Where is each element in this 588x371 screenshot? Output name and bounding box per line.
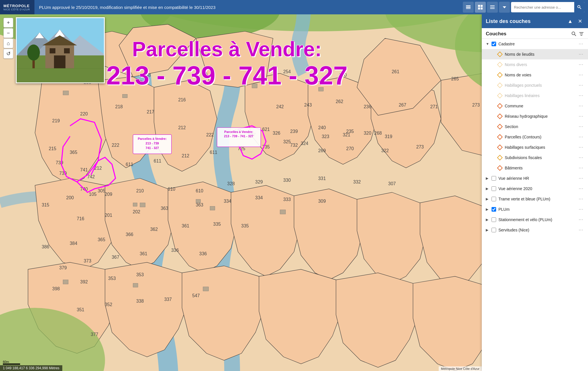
layer-item-commune[interactable]: Commune···	[482, 101, 588, 111]
layer-item-vue-aerienne-2020[interactable]: ▶Vue aérienne 2020···	[482, 183, 588, 194]
svg-text:319: 319	[385, 134, 392, 139]
search-button[interactable]	[574, 2, 585, 12]
svg-text:386: 386	[42, 244, 49, 249]
layer-more-stationnement-velo[interactable]: ···	[578, 217, 584, 222]
layers-list[interactable]: ▼Cadastre···Noms de lieudits···Noms dive…	[482, 39, 588, 371]
zoom-out-button[interactable]: −	[3, 28, 13, 38]
layer-more-reseau-hydrographique[interactable]: ···	[578, 114, 584, 119]
layer-more-vue-aerienne-hr[interactable]: ···	[578, 176, 584, 181]
layer-item-habillages-lineaires[interactable]: Habillages linéaires···	[482, 90, 588, 101]
layer-more-commune[interactable]: ···	[578, 103, 584, 109]
layer-name-subdivisions-fiscales: Subdivisions fiscales	[505, 155, 576, 160]
layer-item-noms-divers[interactable]: Noms divers···	[482, 59, 588, 70]
svg-point-11	[578, 5, 580, 8]
layer-item-reseau-hydrographique[interactable]: Réseau hydrographique···	[482, 111, 588, 121]
layer-more-plum[interactable]: ···	[578, 207, 584, 212]
svg-text:741 - 327: 741 - 327	[146, 146, 159, 150]
layer-name-vue-aerienne-hr: Vue aérienne HR	[498, 176, 576, 181]
dropdown-button[interactable]	[499, 2, 510, 13]
layer-item-noms-voies[interactable]: Noms de voies···	[482, 70, 588, 80]
svg-text:336: 336	[171, 248, 179, 253]
svg-text:377: 377	[91, 332, 98, 337]
layer-item-subdivisions-fiscales[interactable]: Subdivisions fiscales···	[482, 152, 588, 163]
rotate-button[interactable]: ↺	[3, 49, 13, 59]
svg-text:373: 373	[84, 258, 92, 263]
layer-item-plum[interactable]: ▶PLUm···	[482, 204, 588, 215]
checkbox-trame-verte-bleue[interactable]	[492, 197, 496, 201]
svg-marker-10	[503, 6, 506, 8]
layer-more-subdivisions-fiscales[interactable]: ···	[578, 155, 584, 160]
svg-text:201: 201	[105, 213, 113, 218]
checkbox-vue-aerienne-2020[interactable]	[492, 186, 496, 191]
diamond-icon-reseau-hydrographique	[497, 114, 502, 119]
layer-item-vue-aerienne-hr[interactable]: ▶Vue aérienne HR···	[482, 173, 588, 183]
checkbox-servitudes-nice[interactable]	[492, 228, 496, 232]
layer-more-noms-voies[interactable]: ···	[578, 72, 584, 78]
svg-text:352: 352	[105, 302, 112, 307]
svg-text:323: 323	[322, 134, 330, 139]
sidebar-header: Liste des couches ▲ ✕	[482, 14, 588, 28]
layer-item-trame-verte-bleue[interactable]: ▶Trame verte et bleue (PLUm)···	[482, 194, 588, 204]
layer-item-parcelles-contours[interactable]: Parcelles (Contours)···	[482, 132, 588, 142]
layers-button[interactable]	[463, 2, 474, 13]
checkbox-vue-aerienne-hr[interactable]	[492, 176, 496, 181]
layer-more-habillages-lineaires[interactable]: ···	[578, 93, 584, 98]
layer-more-trame-verte-bleue[interactable]: ···	[578, 196, 584, 202]
search-input[interactable]	[511, 3, 574, 11]
layer-more-noms-divers[interactable]: ···	[578, 62, 584, 67]
layer-more-cadastre[interactable]: ···	[578, 41, 584, 47]
sidebar-close-button[interactable]: ✕	[576, 17, 584, 25]
svg-text:328: 328	[227, 181, 235, 186]
svg-text:Parcelles à Vendre:: Parcelles à Vendre:	[224, 130, 253, 134]
layer-more-habillages-surfaciques[interactable]: ···	[578, 145, 584, 150]
layer-item-cadastre[interactable]: ▼Cadastre···	[482, 39, 588, 49]
layer-item-habillages-surfaciques[interactable]: Habillages surfaciques···	[482, 142, 588, 152]
zoom-in-button[interactable]: +	[3, 18, 13, 28]
svg-text:202: 202	[133, 209, 140, 214]
couches-filter-button[interactable]	[579, 31, 584, 36]
layer-item-stationnement-velo[interactable]: ▶Stationnement et vélo (PLUm)···	[482, 215, 588, 225]
checkbox-plum[interactable]	[492, 207, 496, 212]
layer-more-vue-aerienne-2020[interactable]: ···	[578, 186, 584, 191]
svg-text:334: 334	[224, 199, 231, 204]
svg-rect-46	[63, 91, 69, 95]
svg-text:212: 212	[182, 153, 189, 158]
header-tools	[463, 2, 586, 13]
svg-text:351: 351	[77, 307, 84, 312]
svg-rect-54	[133, 283, 138, 287]
layer-item-habillages-ponctuels[interactable]: Habillages ponctuels···	[482, 80, 588, 90]
svg-text:337: 337	[164, 297, 172, 302]
layer-more-habillages-ponctuels[interactable]: ···	[578, 83, 584, 88]
layer-more-noms-lieudits[interactable]: ···	[578, 52, 584, 57]
photo-overlay	[16, 17, 105, 83]
grid-button[interactable]	[475, 2, 486, 13]
svg-text:Parcelles à Vendre:: Parcelles à Vendre:	[138, 137, 167, 140]
layer-more-servitudes-nice[interactable]: ···	[578, 227, 584, 233]
svg-rect-3	[478, 5, 480, 7]
layer-item-servitudes-nice[interactable]: ▶Servitudes (Nice)···	[482, 225, 588, 235]
svg-text:324: 324	[301, 141, 308, 146]
svg-text:334: 334	[255, 195, 263, 200]
menu-button[interactable]	[487, 2, 498, 13]
layer-name-section: Section	[505, 124, 576, 129]
home-button[interactable]: ⌂	[3, 38, 13, 48]
sidebar-title: Liste des couches	[486, 18, 531, 24]
layer-item-section[interactable]: Section···	[482, 121, 588, 132]
checkbox-cadastre[interactable]	[492, 42, 496, 46]
couches-search-button[interactable]	[571, 31, 577, 36]
sidebar-collapse-button[interactable]: ▲	[566, 17, 574, 25]
svg-text:326: 326	[273, 131, 281, 136]
diamond-icon-noms-lieudits	[497, 52, 502, 57]
svg-text:366: 366	[126, 232, 134, 237]
layer-more-parcelles-contours[interactable]: ···	[578, 134, 584, 140]
svg-rect-47	[123, 94, 127, 98]
svg-text:321: 321	[343, 132, 351, 137]
layer-more-section[interactable]: ···	[578, 124, 584, 129]
svg-text:329: 329	[255, 179, 263, 184]
layer-item-batiments[interactable]: Bâtiments···	[482, 163, 588, 173]
layer-item-noms-lieudits[interactable]: Noms de lieudits···	[482, 49, 588, 59]
svg-point-182	[572, 32, 575, 35]
layer-more-batiments[interactable]: ···	[578, 165, 584, 171]
checkbox-stationnement-velo[interactable]	[492, 217, 496, 222]
couches-header: Couches	[482, 28, 588, 39]
